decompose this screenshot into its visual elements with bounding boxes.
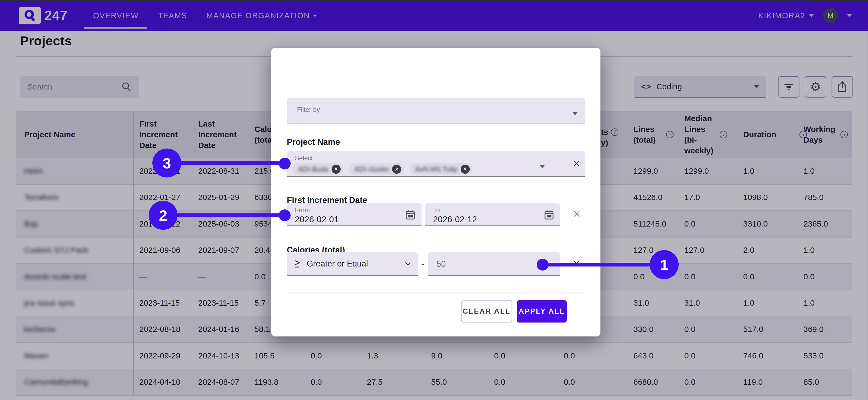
callout-3-badge: 3 — [152, 148, 181, 177]
chevron-down-icon — [572, 112, 578, 118]
chevron-down-icon — [405, 262, 411, 266]
chip-label: ADI-cluster — [354, 165, 389, 173]
callout-1-line — [542, 263, 664, 266]
selected-project-chips: ADI-Buda×ADI-cluster×AvN.MS.Tulip× — [292, 163, 472, 175]
chip-label: ADI-Buda — [298, 165, 328, 173]
filter-by-placeholder: Filter by — [297, 106, 320, 113]
filter-by-select[interactable]: Filter by — [287, 98, 585, 124]
calories-value: 50 — [437, 259, 446, 269]
selected-project-chip[interactable]: ADI-Buda× — [292, 163, 343, 175]
greater-or-equal-icon — [294, 260, 301, 268]
clear-first-increment-filter-button[interactable] — [571, 208, 582, 219]
project-name-filter-label: Project Name — [287, 137, 340, 147]
date-from-value: 2026-02-01 — [295, 215, 339, 224]
callout-1-badge: 1 — [650, 250, 679, 279]
chip-remove-icon[interactable]: × — [332, 165, 341, 174]
date-to-field[interactable]: To 2026-02-12 — [425, 203, 560, 226]
clear-project-name-filter-button[interactable] — [571, 158, 582, 169]
filter-modal: Filter Filter by Project Name Select ADI… — [271, 48, 600, 337]
apply-all-button[interactable]: APPLY ALL — [517, 300, 567, 322]
callout-2-badge: 2 — [149, 201, 178, 230]
project-name-select[interactable]: Select ADI-Buda×ADI-cluster×AvN.MS.Tulip… — [287, 151, 585, 177]
callout-3-line — [166, 161, 285, 165]
chip-remove-icon[interactable]: × — [392, 165, 401, 174]
selected-project-chip[interactable]: AvN.MS.Tulip× — [409, 163, 472, 175]
app-window: 247 OVERVIEWTEAMSMANAGE ORGANIZATION KIK… — [0, 0, 868, 400]
date-to-value: 2026-02-12 — [433, 215, 477, 224]
operator-value: Greater or Equal — [307, 259, 368, 268]
clear-all-button[interactable]: CLEAR ALL — [461, 300, 512, 322]
callout-2-line — [163, 213, 285, 217]
range-separator: - — [421, 259, 424, 269]
callout-2-dot — [279, 209, 290, 221]
from-label: From — [295, 206, 310, 214]
close-icon — [573, 210, 580, 218]
chip-label: AvN.MS.Tulip — [415, 165, 458, 173]
callout-1-dot — [537, 259, 549, 270]
date-from-field[interactable]: From 2026-02-01 — [287, 203, 422, 226]
modal-footer-divider — [287, 292, 585, 292]
selected-project-chip[interactable]: ADI-cluster× — [349, 163, 404, 175]
calendar-icon — [405, 210, 415, 220]
callout-3-dot — [279, 158, 290, 169]
chip-remove-icon[interactable]: × — [461, 165, 470, 174]
calories-operator-select[interactable]: Greater or Equal — [287, 252, 418, 276]
calendar-icon — [544, 210, 554, 220]
close-icon — [573, 160, 580, 167]
to-label: To — [433, 206, 440, 214]
select-placeholder: Select — [295, 154, 313, 162]
chevron-down-icon — [540, 165, 545, 171]
